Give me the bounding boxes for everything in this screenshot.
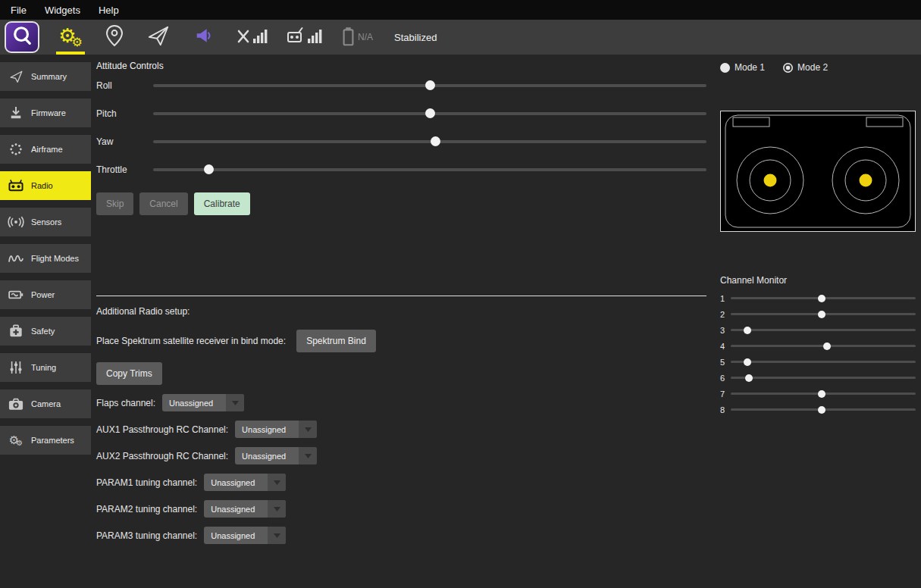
- channel-row: 2: [720, 306, 916, 322]
- sidebar-item-label: Safety: [31, 327, 55, 336]
- channel-row: 8: [720, 402, 916, 418]
- flight-mode-selector[interactable]: Stabilized: [394, 32, 437, 43]
- channel-number: 1: [720, 294, 727, 303]
- sidebar-item-airframe[interactable]: Airframe: [0, 135, 91, 164]
- sidebar-item-label: Airframe: [31, 145, 63, 154]
- dropdown-value: Unassigned: [235, 447, 299, 464]
- sidebar-item-tuning[interactable]: Tuning: [0, 353, 91, 382]
- radio-button-icon[interactable]: [720, 63, 730, 73]
- roll-label: Roll: [96, 80, 153, 91]
- rc-rssi-button[interactable]: [282, 20, 327, 55]
- aux1-passthrough-label: AUX1 Passthrough RC Channel:: [96, 424, 228, 435]
- slider-handle: [744, 358, 751, 366]
- attitude-controls-title: Attitude Controls: [96, 61, 706, 71]
- sidebar-item-radio[interactable]: Radio: [0, 171, 91, 200]
- channel-1-slider: [731, 294, 916, 302]
- chevron-down-icon: [226, 394, 244, 411]
- sidebar-item-camera[interactable]: Camera: [0, 389, 91, 418]
- fly-view-button[interactable]: [141, 20, 176, 55]
- sidebar-item-label: Sensors: [31, 217, 61, 227]
- slider-handle[interactable]: [425, 108, 435, 118]
- dotted-circle-icon: [7, 142, 25, 156]
- sidebar-item-label: Tuning: [31, 363, 56, 372]
- sliders-icon: [7, 361, 25, 374]
- megaphone-icon: [194, 27, 214, 48]
- channel-number: 2: [720, 310, 727, 319]
- aux2-passthrough-dropdown[interactable]: Unassigned: [235, 447, 317, 464]
- throttle-row: Throttle: [96, 155, 706, 183]
- sidebar-item-safety[interactable]: Safety: [0, 317, 91, 346]
- spektrum-bind-button[interactable]: Spektrum Bind: [296, 330, 376, 352]
- slider-handle[interactable]: [204, 164, 214, 174]
- sidebar-item-summary[interactable]: Summary: [0, 62, 91, 91]
- slider-handle[interactable]: [431, 136, 440, 146]
- rc-signal-icon: [287, 26, 323, 48]
- sidebar-item-firmware[interactable]: Firmware: [0, 99, 91, 127]
- param2-tuning-dropdown[interactable]: Unassigned: [204, 500, 286, 518]
- additional-radio-setup-title: Additional Radio setup:: [96, 306, 706, 317]
- cancel-button[interactable]: Cancel: [139, 192, 187, 215]
- param3-tuning-dropdown[interactable]: Unassigned: [204, 527, 286, 544]
- mode1-radio-option[interactable]: Mode 1: [720, 62, 765, 73]
- pitch-slider[interactable]: [153, 108, 706, 118]
- battery-status-button[interactable]: N/A: [338, 20, 377, 55]
- dropdown-value: Unassigned: [204, 527, 268, 544]
- channel-monitor-title: Channel Monitor: [720, 275, 916, 286]
- gps-status-button[interactable]: [229, 20, 273, 55]
- aux2-passthrough-label: AUX2 Passthrough RC Channel:: [96, 451, 228, 461]
- waypoint-pin-icon: [105, 24, 124, 50]
- dropdown-value: Unassigned: [204, 500, 268, 518]
- slider-handle[interactable]: [425, 80, 435, 90]
- messages-button[interactable]: [186, 20, 221, 55]
- chevron-down-icon: [299, 421, 317, 438]
- pitch-row: Pitch: [96, 99, 706, 127]
- copy-trims-button[interactable]: Copy Trims: [96, 362, 162, 385]
- channel-7-slider: [731, 389, 916, 398]
- paper-plane-icon: [146, 24, 171, 50]
- channel-number: 4: [720, 342, 727, 351]
- battery-status-text: N/A: [358, 32, 373, 42]
- menu-file[interactable]: File: [11, 5, 27, 16]
- sidebar-item-parameters[interactable]: ⚙⚙ Parameters: [0, 426, 91, 455]
- spektrum-bind-label: Place Spektrum satellite receiver in bin…: [96, 336, 286, 346]
- menubar: File Widgets Help: [0, 0, 921, 20]
- first-aid-icon: [7, 324, 25, 338]
- chevron-down-icon: [299, 447, 317, 464]
- mode2-radio-option[interactable]: Mode 2: [783, 62, 828, 73]
- flaps-channel-label: Flaps channel:: [96, 398, 155, 408]
- menu-help[interactable]: Help: [99, 5, 119, 16]
- signal-waves-icon: [7, 216, 25, 228]
- chevron-down-icon: [268, 527, 286, 544]
- menu-widgets[interactable]: Widgets: [45, 5, 80, 16]
- yaw-row: Yaw: [96, 127, 706, 155]
- sidebar-item-sensors[interactable]: Sensors: [0, 208, 91, 236]
- throttle-slider[interactable]: [153, 164, 706, 174]
- channel-number: 6: [720, 374, 727, 383]
- param1-tuning-dropdown[interactable]: Unassigned: [204, 474, 286, 491]
- channel-3-slider: [731, 326, 916, 334]
- roll-slider[interactable]: [153, 80, 706, 90]
- channel-row: 4: [720, 338, 916, 354]
- yaw-label: Yaw: [96, 136, 153, 147]
- slider-track: [731, 361, 916, 363]
- sidebar-item-flight-modes[interactable]: Flight Modes: [0, 244, 91, 273]
- aux1-passthrough-dropdown[interactable]: Unassigned: [235, 421, 317, 438]
- yaw-slider[interactable]: [153, 136, 706, 146]
- flaps-channel-dropdown[interactable]: Unassigned: [162, 394, 244, 411]
- qgc-logo-button[interactable]: [5, 21, 39, 53]
- radio-button-icon[interactable]: [783, 63, 793, 73]
- section-divider: [96, 296, 706, 296]
- channel-row: 5: [720, 354, 916, 370]
- dropdown-value: Unassigned: [235, 421, 299, 438]
- skip-button[interactable]: Skip: [96, 192, 133, 215]
- sidebar-item-power[interactable]: Power: [0, 280, 91, 309]
- plan-view-button[interactable]: [97, 20, 132, 55]
- qgc-logo-icon: [11, 25, 33, 49]
- slider-handle: [818, 295, 825, 302]
- slider-handle: [818, 390, 825, 398]
- param2-tuning-label: PARAM2 tuning channel:: [96, 504, 197, 514]
- channel-row: 1: [720, 290, 916, 306]
- vehicle-setup-button[interactable]: ⚙⚙: [53, 20, 88, 55]
- toolbar: ⚙⚙ N/A Stabilized: [0, 20, 921, 55]
- calibrate-button[interactable]: Calibrate: [194, 192, 250, 215]
